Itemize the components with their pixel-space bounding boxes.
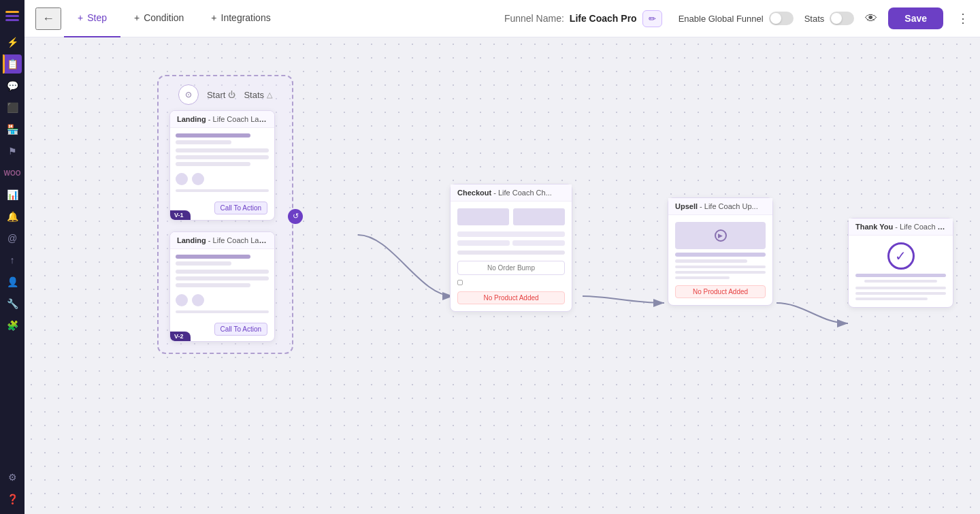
sidebar-icon-home[interactable]: ⚡ [3,33,22,52]
sidebar-icon-chart[interactable]: 📊 [3,185,22,204]
check-circle-icon: ✓ [887,242,915,270]
save-button[interactable]: Save [888,7,943,29]
upsell-video-thumb: ▶ [675,222,766,249]
start-arrow-circle: ↺ [288,209,303,224]
condition-plus-icon: + [134,12,140,23]
start-label: Start ⏻ [207,90,235,100]
landing-v1-cta: Call To Action [214,202,267,214]
start-group: ⊙ Start ⏻ Stats △ Landing - Life Coach L… [157,75,293,354]
thankyou-preview: ✓ [849,236,953,307]
sidebar: ⚡ 📋 💬 ⬛ 🏪 ⚑ WOO 📊 🔔 @ ↑ 👤 🔧 🧩 ⚙ ❓ [0,0,24,514]
sidebar-icon-woo[interactable]: WOO [3,163,22,182]
topbar-tabs: + Step + Condition + Integrations [64,0,284,37]
sidebar-icon-help[interactable]: ❓ [3,489,22,509]
sidebar-icon-layers[interactable]: ⬛ [3,98,22,117]
tab-condition-label: Condition [144,12,184,23]
funnel-name-label: Funnel Name: [504,13,564,24]
landing-v1-footer: V-1 Call To Action [170,197,274,220]
stats-toggle[interactable] [830,12,854,25]
topbar: ← + Step + Condition + Integrations Funn… [24,0,980,37]
canvas-stats-label: Stats △ [244,90,272,100]
sidebar-icon-bell[interactable]: 🔔 [3,207,22,226]
checkout-card[interactable]: Checkout - Life Coach Ch... No Order Bum [450,184,572,312]
sidebar-icon-tools[interactable]: 🔧 [3,294,22,313]
sidebar-icon-puzzle[interactable]: 🧩 [3,316,22,335]
landing-v2-header: Landing - Life Coach Lan... [170,232,274,249]
enable-global-label: Enable Global Funnel [679,14,764,24]
landing-v1-header: Landing - Life Coach Lan... [170,111,274,128]
more-options-button[interactable]: ⋮ [957,11,969,26]
enable-global-toggle-group: Enable Global Funnel [679,12,794,25]
funnel-edit-button[interactable]: ✏ [642,10,662,27]
sidebar-icon-person[interactable]: 👤 [3,272,22,291]
stats-label: Stats [804,14,825,24]
checkout-preview: No Order Bump No Product Added [451,202,572,311]
app-logo[interactable] [3,5,22,25]
funnel-name-section: Funnel Name: Life Coach Pro ✏ [504,10,662,27]
thankyou-card[interactable]: Thank You - Life Coach Tha... ✓ [848,218,953,308]
landing-v2-footer: V-2 Call To Action [170,319,274,341]
sidebar-icon-chat[interactable]: 💬 [3,76,22,95]
tab-integrations[interactable]: + Integrations [197,0,284,37]
sidebar-icon-flag[interactable]: ⚑ [3,142,22,161]
sidebar-icon-shop[interactable]: 🏪 [3,120,22,139]
landing-v2-cta: Call To Action [214,323,267,336]
landing-v1-card[interactable]: Landing - Life Coach Lan... [169,110,275,221]
sidebar-icon-active[interactable]: 📋 [3,54,22,74]
checkout-header: Checkout - Life Coach Ch... [451,184,572,202]
preview-button[interactable]: 👁 [865,12,877,26]
canvas: ⊙ Start ⏻ Stats △ Landing - Life Coach L… [24,37,980,514]
landing-v2-card[interactable]: Landing - Life Coach Lan... [169,231,275,342]
tab-condition[interactable]: + Condition [120,0,197,37]
v1-badge: V-1 [170,210,191,220]
start-icon: ⊙ [178,84,199,105]
sidebar-icon-gear[interactable]: ⚙ [3,468,22,487]
thankyou-header: Thank You - Life Coach Tha... [849,219,953,236]
tab-step-label: Step [87,12,107,23]
enable-global-toggle[interactable] [769,12,794,25]
landing-v1-preview [170,128,274,197]
upsell-preview: ▶ No Product Added [668,215,772,305]
sidebar-icon-arrow[interactable]: ↑ [3,251,22,270]
tab-step[interactable]: + Step [64,0,120,37]
stats-toggle-group: Stats [804,12,855,25]
checkout-no-product: No Product Added [457,291,565,304]
tab-integrations-label: Integrations [221,12,271,23]
topbar-right: Enable Global Funnel Stats 👁 Save ⋮ [679,7,969,29]
landing-v2-preview [170,249,274,319]
upsell-no-product: No Product Added [675,285,766,298]
checkout-checkbox-row [457,280,565,285]
step-plus-icon: + [78,12,83,23]
order-bump-label: No Order Bump [457,261,565,275]
svg-rect-1 [5,15,19,17]
back-button[interactable]: ← [35,7,61,30]
funnel-name-value: Life Coach Pro [570,13,637,24]
svg-rect-2 [5,19,19,21]
upsell-card[interactable]: Upsell - Life Coach Up... ▶ No Product A… [668,197,773,306]
v2-badge: V-2 [170,332,191,341]
integrations-plus-icon: + [211,12,216,23]
sidebar-icon-at[interactable]: @ [3,229,22,248]
upsell-header: Upsell - Life Coach Up... [668,198,772,215]
play-icon: ▶ [715,229,727,242]
svg-rect-0 [5,11,19,13]
